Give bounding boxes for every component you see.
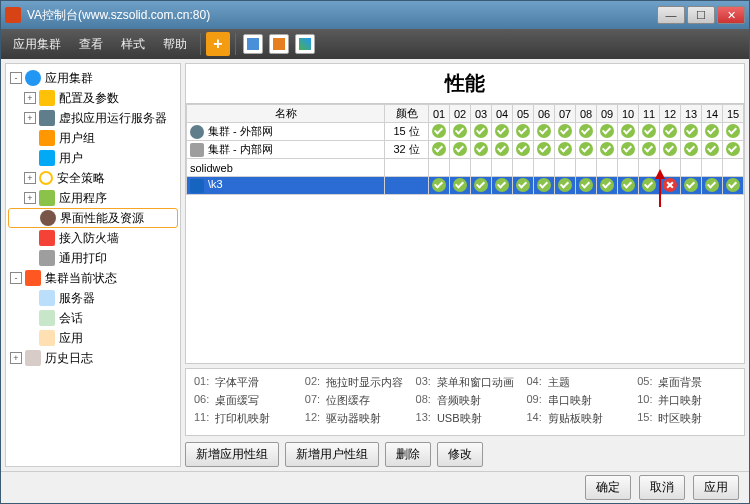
table-row[interactable]: solidweb [187,159,744,177]
ic-srv-icon [39,110,55,126]
expand-icon[interactable] [24,152,36,164]
tree-status-1[interactable]: 会话 [8,308,178,328]
tree-item-8[interactable]: 通用打印 [8,248,178,268]
minimize-button[interactable]: — [657,6,685,24]
ic-prn-icon [39,250,55,266]
tree-status[interactable]: -集群当前状态 [8,268,178,288]
legend-item: 03:菜单和窗口动画 [416,375,515,390]
col-09: 09 [597,105,618,123]
tree-item-0[interactable]: +配置及参数 [8,88,178,108]
ic-prog-icon [39,190,55,206]
menu-appcluster[interactable]: 应用集群 [5,32,69,57]
menu-help[interactable]: 帮助 [155,32,195,57]
tree-label: 虚拟应用运行服务器 [59,110,167,127]
check-icon [474,124,488,138]
expand-icon[interactable] [24,312,36,324]
toolbar-btn-2[interactable] [267,32,291,56]
check-icon [474,142,488,156]
check-icon [684,124,698,138]
expand-icon[interactable]: + [24,112,36,124]
maximize-button[interactable]: ☐ [687,6,715,24]
col-03: 03 [471,105,492,123]
ic-sess-icon [39,310,55,326]
col-color: 颜色 [385,105,429,123]
col-07: 07 [555,105,576,123]
titlebar: VA控制台(www.szsolid.com.cn:80) — ☐ ✕ [1,1,749,29]
tree-item-6[interactable]: 界面性能及资源 [8,208,178,228]
tree-item-1[interactable]: +虚拟应用运行服务器 [8,108,178,128]
expand-icon[interactable]: + [24,172,36,184]
tree-label: 安全策略 [57,170,105,187]
col-10: 10 [618,105,639,123]
tree-item-2[interactable]: 用户组 [8,128,178,148]
check-icon [495,178,509,192]
delete-button[interactable]: 删除 [385,442,431,467]
ic-sec-icon [39,171,53,185]
row-color [385,159,429,177]
toolbar-btn-3[interactable] [293,32,317,56]
check-icon [432,124,446,138]
legend-item: 11:打印机映射 [194,411,293,426]
ok-button[interactable]: 确定 [585,475,631,500]
tree-status-0[interactable]: 服务器 [8,288,178,308]
legend-item: 14:剪贴板映射 [526,411,625,426]
check-icon [579,124,593,138]
table-row[interactable]: 集群 - 外部网15 位 [187,123,744,141]
tree-item-7[interactable]: 接入防火墙 [8,228,178,248]
table-row[interactable]: \k3 [187,177,744,195]
add-usergroup-button[interactable]: 新增用户性组 [285,442,379,467]
row-color: 15 位 [385,123,429,141]
ic-server-icon [39,290,55,306]
expand-icon[interactable] [24,132,36,144]
col-05: 05 [513,105,534,123]
tree-history[interactable]: +历史日志 [8,348,178,368]
cancel-button[interactable]: 取消 [639,475,685,500]
expand-icon[interactable] [25,212,37,224]
col-14: 14 [702,105,723,123]
ic-fw-icon [39,230,55,246]
expand-icon[interactable] [24,232,36,244]
menu-style[interactable]: 样式 [113,32,153,57]
check-icon [537,178,551,192]
expand-icon[interactable]: - [10,72,22,84]
toolbar-add-icon[interactable]: + [206,32,230,56]
tree-item-5[interactable]: +应用程序 [8,188,178,208]
check-icon [600,124,614,138]
expand-icon[interactable] [24,292,36,304]
add-appgroup-button[interactable]: 新增应用性组 [185,442,279,467]
check-icon [621,178,635,192]
tree-item-4[interactable]: +安全策略 [8,168,178,188]
expand-icon[interactable]: + [24,192,36,204]
expand-icon[interactable] [24,252,36,264]
apply-button[interactable]: 应用 [693,475,739,500]
ic-usr-icon [39,150,55,166]
check-icon [726,124,740,138]
menu-view[interactable]: 查看 [71,32,111,57]
legend-item: 05:桌面背景 [637,375,736,390]
app-icon [5,7,21,23]
row-color [385,177,429,195]
tree-root[interactable]: -应用集群 [8,68,178,88]
row-color: 32 位 [385,141,429,159]
menubar: 应用集群 查看 样式 帮助 + [1,29,749,59]
close-button[interactable]: ✕ [717,6,745,24]
tree-item-3[interactable]: 用户 [8,148,178,168]
check-icon [558,142,572,156]
tree-label: 服务器 [59,290,95,307]
tree-status-2[interactable]: 应用 [8,328,178,348]
table-row[interactable]: 集群 - 内部网32 位 [187,141,744,159]
ic-stat-icon [25,270,41,286]
row-name: 集群 - 内部网 [208,143,273,155]
col-06: 06 [534,105,555,123]
expand-icon[interactable]: + [24,92,36,104]
modify-button[interactable]: 修改 [437,442,483,467]
check-icon [453,142,467,156]
legend-item: 09:串口映射 [526,393,625,408]
check-icon [600,178,614,192]
check-icon [663,124,677,138]
expand-icon[interactable]: - [10,272,22,284]
expand-icon[interactable] [24,332,36,344]
expand-icon[interactable]: + [10,352,22,364]
ic-grp-icon [39,130,55,146]
toolbar-btn-1[interactable] [241,32,265,56]
